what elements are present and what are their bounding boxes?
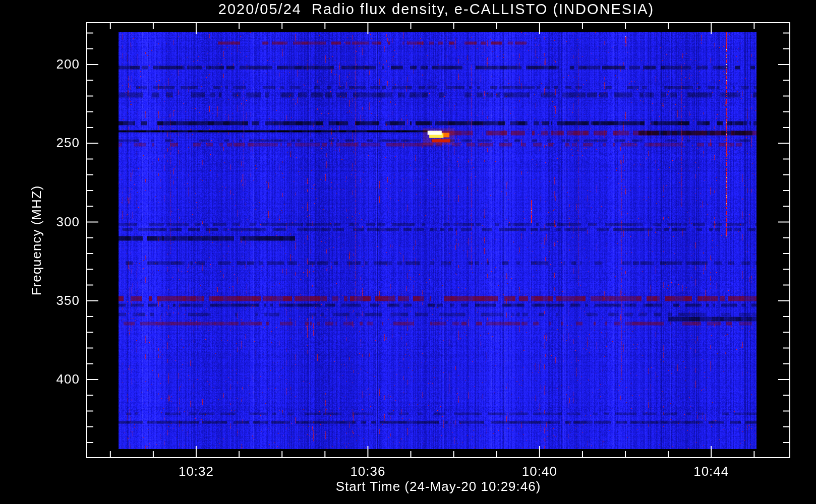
spectrogram-page: 2020/05/24 Radio flux density, e-CALLIST… [0, 0, 816, 504]
y-tick-label: 250 [19, 135, 80, 151]
y-tick-label: 300 [19, 214, 80, 230]
y-tick-label: 350 [19, 293, 80, 308]
y-tick-label: 400 [19, 371, 80, 387]
chart-title: 2020/05/24 Radio flux density, e-CALLIST… [33, 1, 816, 18]
x-axis-label: Start Time (24-May-20 10:29:46) [35, 479, 816, 494]
x-tick-label: 10:36 [332, 464, 403, 479]
spectrogram-canvas [0, 0, 816, 504]
y-axis-label: Frequency (MHZ) [29, 114, 44, 366]
x-tick-label: 10:44 [676, 464, 746, 479]
y-tick-label: 200 [19, 56, 80, 72]
x-tick-label: 10:40 [504, 464, 575, 479]
x-tick-label: 10:32 [161, 464, 231, 479]
